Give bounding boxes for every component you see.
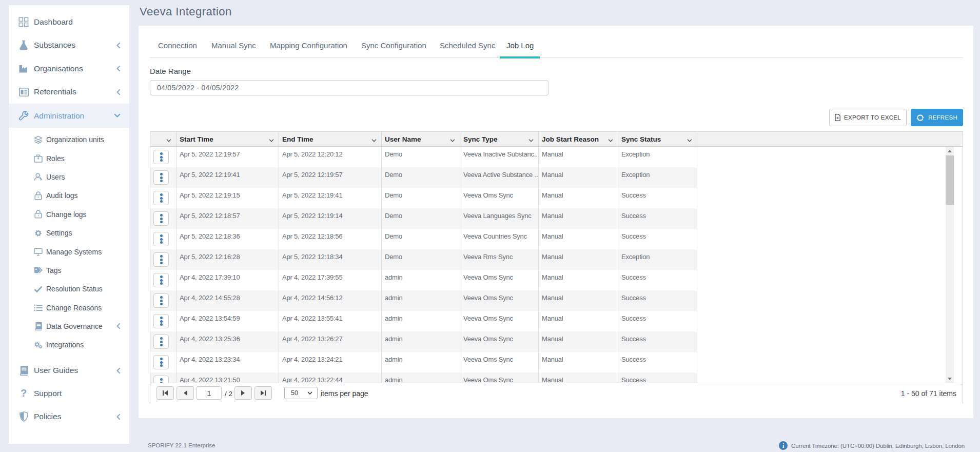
svg-text:x: x (836, 115, 839, 120)
svg-text:?: ? (21, 388, 27, 399)
